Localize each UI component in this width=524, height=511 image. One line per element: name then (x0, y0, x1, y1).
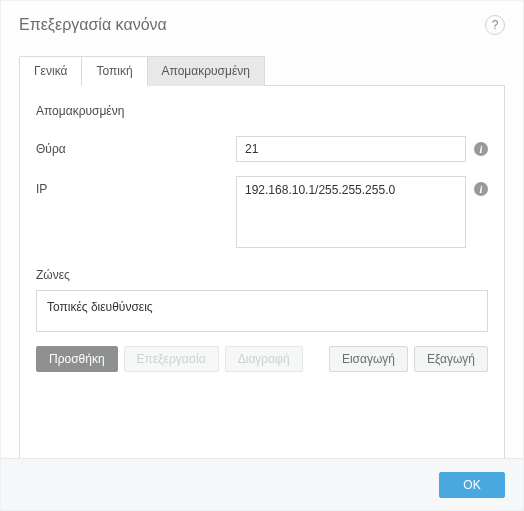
tab-panel-remote: Απομακρυσμένη Θύρα i IP i Ζώνες Τοπικές … (19, 85, 505, 467)
input-ip[interactable] (236, 176, 466, 248)
label-port: Θύρα (36, 136, 236, 156)
dialog-title: Επεξεργασία κανόνα (19, 16, 167, 34)
tab-bar: Γενικά Τοπική Απομακρυσμένη (19, 55, 505, 85)
row-ip: IP i (36, 176, 488, 248)
tab-remote[interactable]: Απομακρυσμένη (147, 56, 265, 86)
edit-button: Επεξεργασία (124, 346, 219, 372)
delete-button: Διαγραφή (225, 346, 303, 372)
label-ip: IP (36, 176, 236, 196)
info-icon[interactable]: i (474, 142, 488, 156)
section-title-remote: Απομακρυσμένη (36, 104, 488, 118)
import-button[interactable]: Εισαγωγή (329, 346, 408, 372)
row-port: Θύρα i (36, 136, 488, 162)
add-button[interactable]: Προσθήκη (36, 346, 118, 372)
info-icon[interactable]: i (474, 182, 488, 196)
tab-local[interactable]: Τοπική (81, 56, 147, 86)
zones-button-row: Προσθήκη Επεξεργασία Διαγραφή Εισαγωγή Ε… (36, 346, 488, 372)
list-item[interactable]: Τοπικές διευθύνσεις (47, 299, 477, 315)
dialog-footer: OK (1, 458, 523, 510)
export-button[interactable]: Εξαγωγή (414, 346, 488, 372)
zones-list[interactable]: Τοπικές διευθύνσεις (36, 290, 488, 332)
dialog-window: Επεξεργασία κανόνα ? Γενικά Τοπική Απομα… (0, 0, 524, 511)
titlebar: Επεξεργασία κανόνα ? (1, 1, 523, 47)
label-zones: Ζώνες (36, 268, 488, 282)
input-port[interactable] (236, 136, 466, 162)
ok-button[interactable]: OK (439, 472, 505, 498)
help-icon[interactable]: ? (485, 15, 505, 35)
tab-general[interactable]: Γενικά (19, 56, 82, 86)
